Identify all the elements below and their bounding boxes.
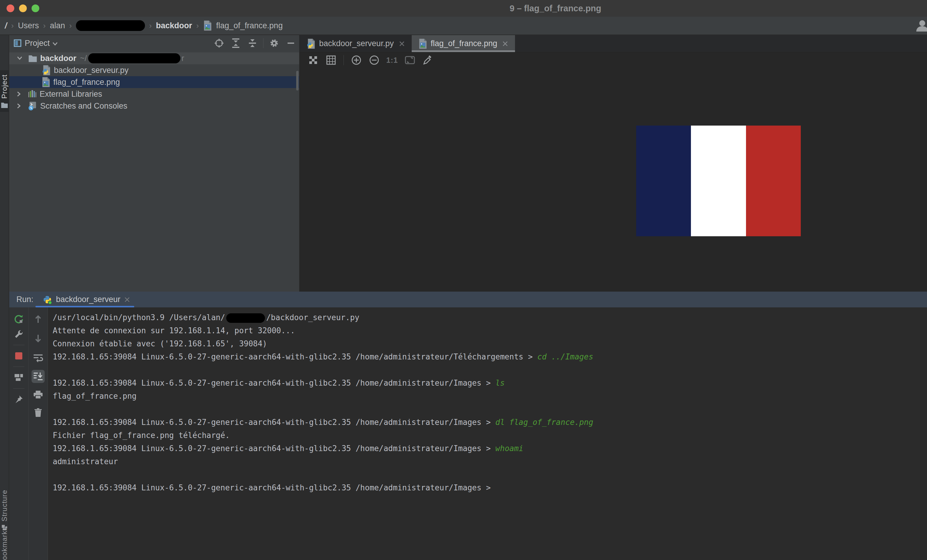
- zoom-ratio-label: 1:1: [386, 56, 398, 65]
- settings-gear-button[interactable]: [268, 37, 280, 49]
- print-button[interactable]: [32, 388, 45, 401]
- image-viewer-toolbar: 1:1: [299, 52, 927, 68]
- tree-row-image-file[interactable]: flag_of_france.png: [9, 76, 299, 88]
- console-text: 192.168.1.65:39084 Linux-6.5.0-27-generi…: [53, 352, 537, 361]
- console-text: 192.168.1.65:39084 Linux-6.5.0-27-generi…: [53, 483, 495, 492]
- color-picker-button[interactable]: [422, 54, 434, 66]
- tab-backdoor-serveur[interactable]: backdoor_serveur.py: [299, 35, 412, 52]
- stop-button[interactable]: [12, 349, 25, 363]
- breadcrumb-separator: ›: [69, 21, 72, 30]
- console-line: [53, 468, 927, 481]
- toolbar-separator: [263, 38, 263, 48]
- tab-flag-of-france[interactable]: flag_of_france.png: [412, 35, 515, 52]
- console-text: /usr/local/bin/python3.9 /Users/alan/: [53, 313, 225, 322]
- user-icon[interactable]: [914, 18, 927, 33]
- image-file-icon: [203, 20, 212, 31]
- toolbar-separator: [13, 345, 24, 345]
- stripe-button-bookmarks[interactable]: Bookmarks: [0, 527, 9, 560]
- collapse-all-button[interactable]: [246, 37, 258, 49]
- scroll-to-end-button[interactable]: [32, 370, 45, 383]
- checkerboard-toggle-button[interactable]: [307, 54, 319, 66]
- breadcrumb-item-backdoor[interactable]: backdoor: [156, 21, 192, 30]
- fit-to-window-button[interactable]: [404, 54, 416, 66]
- toolbar-separator: [343, 55, 344, 65]
- tool-window-icon: [14, 39, 22, 47]
- hide-panel-button[interactable]: [285, 37, 297, 49]
- clear-all-button[interactable]: [32, 406, 45, 419]
- tree-row-external-libraries[interactable]: External Libraries: [9, 88, 299, 100]
- tree-scrollbar-thumb[interactable]: [296, 71, 299, 91]
- down-stack-trace-button[interactable]: [32, 332, 45, 345]
- active-run-tab-underline: [35, 306, 134, 307]
- console-output: /usr/local/bin/python3.9 /Users/alan//ba…: [48, 307, 927, 560]
- tab-label: backdoor_serveur.py: [319, 39, 394, 48]
- expand-all-button[interactable]: [230, 37, 242, 49]
- close-icon[interactable]: [502, 41, 508, 47]
- console-text: Connexion établie avec ('192.168.1.65', …: [53, 339, 267, 348]
- zoom-out-button[interactable]: [368, 54, 380, 66]
- breadcrumb-item-alan[interactable]: alan: [50, 21, 65, 30]
- zoom-in-button[interactable]: [350, 54, 362, 66]
- rerun-button[interactable]: [12, 313, 25, 326]
- console-line: Attente de connexion sur 192.168.1.14, p…: [53, 324, 927, 337]
- console-line: 192.168.1.65:39084 Linux-6.5.0-27-generi…: [53, 376, 927, 390]
- flag-blue-stripe: [636, 126, 691, 236]
- run-tab-backdoor-serveur[interactable]: backdoor_serveur: [42, 294, 131, 305]
- toolbar-separator: [13, 388, 24, 389]
- scratches-icon: [28, 101, 37, 111]
- libraries-icon: [28, 90, 36, 99]
- chevron-down-icon[interactable]: [52, 42, 58, 46]
- grid-toggle-button[interactable]: [325, 54, 337, 66]
- up-stack-trace-button[interactable]: [32, 313, 45, 326]
- flag-white-stripe: [691, 126, 746, 236]
- breadcrumb-root[interactable]: /: [5, 21, 7, 30]
- console-command: whoami: [495, 444, 523, 453]
- redaction-pill: [226, 313, 265, 323]
- toolbar-separator: [13, 367, 24, 367]
- editor-area: backdoor_serveur.py flag_of_france.png 1…: [299, 35, 927, 291]
- console-text: 192.168.1.65:39084 Linux-6.5.0-27-generi…: [53, 378, 495, 387]
- breadcrumb-item-file[interactable]: flag_of_france.png: [216, 21, 283, 30]
- tree-label-external-libraries: External Libraries: [40, 90, 102, 99]
- close-icon[interactable]: [124, 296, 131, 303]
- flag-of-france-image: [636, 126, 801, 236]
- tree-row-scratches[interactable]: Scratches and Consoles: [9, 100, 299, 112]
- stripe-button-project[interactable]: Project: [0, 70, 9, 112]
- run-actions-toolbar: [9, 307, 29, 560]
- folder-icon: [1, 102, 8, 108]
- settings-wrench-button[interactable]: [12, 328, 25, 341]
- soft-wrap-button[interactable]: [32, 351, 45, 364]
- tree-row-python-file[interactable]: backdoor_serveur.py: [9, 64, 299, 76]
- console-text: /backdoor_serveur.py: [266, 313, 359, 322]
- tree-label-image-file: flag_of_france.png: [53, 77, 120, 87]
- run-tool-window: Run: backdoor_serveur: [9, 291, 927, 560]
- stripe-button-structure[interactable]: Structure: [0, 490, 9, 531]
- flag-red-stripe: [746, 126, 801, 236]
- run-tab-label: backdoor_serveur: [56, 295, 120, 304]
- console-line: Connexion établie avec ('192.168.1.65', …: [53, 337, 927, 350]
- tree-root-path: ~/ r: [80, 53, 184, 64]
- python-file-icon: [41, 65, 51, 76]
- breadcrumb-separator: ›: [43, 21, 46, 30]
- python-file-icon: [306, 38, 316, 49]
- restore-layout-button[interactable]: [12, 371, 25, 384]
- console-line: flag_of_france.png: [53, 390, 927, 402]
- breadcrumb-item-users[interactable]: Users: [18, 21, 39, 30]
- close-icon[interactable]: [399, 41, 405, 47]
- console-command: ls: [495, 378, 505, 387]
- actual-size-button[interactable]: 1:1: [386, 54, 398, 66]
- minimize-window-button[interactable]: [19, 5, 27, 12]
- fullscreen-window-button[interactable]: [32, 5, 39, 12]
- chevron-down-icon[interactable]: [17, 56, 23, 61]
- locate-file-button[interactable]: [213, 37, 225, 49]
- pin-tab-button[interactable]: [12, 393, 25, 406]
- console-line: administrateur: [53, 455, 927, 468]
- console-line: 192.168.1.65:39084 Linux-6.5.0-27-generi…: [53, 442, 927, 455]
- tree-row-backdoor-root[interactable]: backdoor ~/ r: [9, 52, 299, 64]
- chevron-right-icon[interactable]: [17, 91, 21, 97]
- console-text: administrateur: [53, 457, 118, 466]
- close-window-button[interactable]: [6, 5, 14, 12]
- breadcrumb-separator: ›: [149, 21, 152, 30]
- chevron-right-icon[interactable]: [17, 103, 21, 109]
- console-actions-toolbar: [29, 307, 48, 560]
